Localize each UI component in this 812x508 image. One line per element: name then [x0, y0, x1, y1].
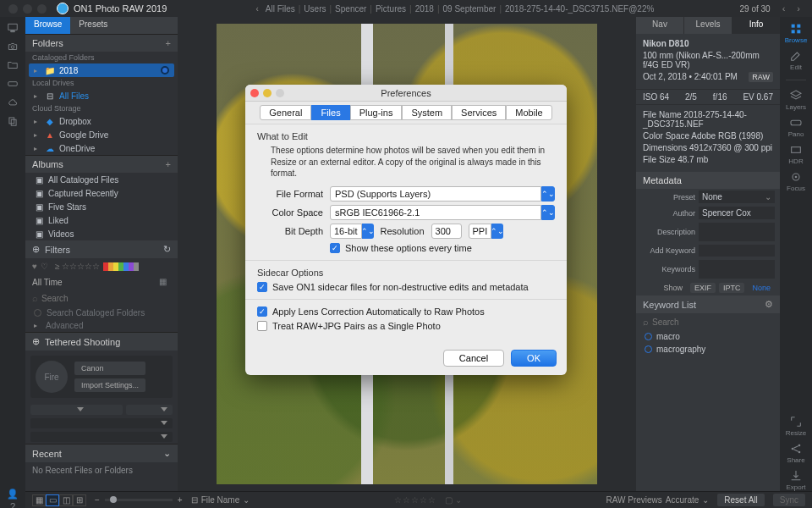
tether-slider-1[interactable] [25, 403, 178, 417]
folders-header[interactable]: Folders + [25, 34, 178, 52]
next-image-icon[interactable]: › [793, 3, 804, 14]
show-exif[interactable]: EXIF [690, 283, 716, 293]
drive-icon[interactable] [6, 78, 19, 90]
checkbox-icon[interactable] [257, 282, 267, 292]
mode-focus[interactable]: Focus [787, 170, 805, 192]
breadcrumb-item[interactable]: 09 September [443, 4, 497, 14]
modal-tab-files[interactable]: Files [311, 105, 349, 120]
keyword-list-header[interactable]: Keyword List ⚙ [636, 295, 780, 313]
heart-icon[interactable]: ♥ [32, 262, 37, 271]
mode-resize[interactable]: Resize [786, 415, 806, 437]
resolution-unit-select[interactable]: PPI⌃⌄ [469, 224, 504, 239]
camera-select[interactable]: Canon [74, 362, 145, 375]
modal-window-controls[interactable] [250, 89, 284, 97]
raw-previews-control[interactable]: RAW Previews Accurate ⌄ [606, 495, 710, 505]
mode-share[interactable]: Share [787, 442, 804, 464]
rawjpg-checkbox[interactable]: Treat RAW+JPG Pairs as a Single Photo [257, 321, 555, 331]
description-row[interactable]: Description [636, 221, 780, 243]
view-compare-icon[interactable]: ◫ [59, 494, 73, 506]
breadcrumb-back-icon[interactable]: ‹ [252, 4, 261, 14]
folder-icon[interactable] [6, 59, 19, 71]
refresh-icon[interactable]: ↻ [163, 244, 171, 255]
tether-slider-2[interactable] [25, 417, 178, 430]
add-folder-icon[interactable]: + [166, 38, 171, 48]
modal-tab-services[interactable]: Services [452, 105, 506, 120]
keyword-item[interactable]: macro [636, 330, 780, 343]
cloud-google-drive[interactable]: ▸▲Google Drive [25, 128, 178, 141]
import-settings-button[interactable]: Import Settings... [74, 378, 145, 392]
sidecar-checkbox[interactable]: Save ON1 sidecar files for non-destructi… [257, 282, 555, 292]
album-item[interactable]: ▣Liked [25, 213, 178, 227]
modal-tab-mobile[interactable]: Mobile [506, 105, 551, 120]
sync-button[interactable]: Sync [773, 494, 805, 506]
keywords-row[interactable]: Keywords [636, 258, 780, 280]
tethered-header[interactable]: ⊕Tethered Shooting [25, 332, 178, 351]
folder-all-files[interactable]: ▸ ⊟ All Files [25, 89, 178, 102]
breadcrumb-item[interactable]: Users [304, 4, 326, 14]
tether-slider-3[interactable] [25, 430, 178, 444]
heart-outline-icon[interactable]: ♡ [41, 262, 48, 271]
keyword-search[interactable]: ⌕ [636, 313, 780, 330]
chevron-down-icon[interactable]: ⌄ [702, 495, 709, 505]
folder-2018[interactable]: ▸ 📁 2018 [29, 64, 174, 77]
cloud-icon[interactable] [6, 97, 19, 108]
modal-tab-general[interactable]: General [260, 105, 311, 120]
disclosure-icon[interactable]: ▸ [34, 67, 41, 75]
album-item[interactable]: ▣Videos [25, 227, 178, 240]
zoom-slider[interactable]: −+ [95, 495, 183, 505]
breadcrumb-item[interactable]: Pictures [376, 4, 406, 14]
preset-row[interactable]: PresetNone [636, 189, 780, 205]
view-single-icon[interactable]: ▭ [46, 494, 59, 506]
chevron-down-icon[interactable]: ⌄ [243, 495, 250, 505]
keyword-search-input[interactable] [652, 316, 773, 328]
show-none[interactable]: None [748, 283, 775, 293]
view-grid-icon[interactable]: ▦ [32, 494, 46, 506]
author-row[interactable]: AuthorSpencer Cox [636, 205, 780, 221]
help-icon[interactable]: ? [10, 501, 15, 509]
mode-pano[interactable]: Pano [788, 116, 804, 138]
lens-correction-checkbox[interactable]: Apply Lens Correction Automatically to R… [257, 306, 555, 317]
gear-icon[interactable]: ⚙ [765, 299, 773, 310]
mode-edit[interactable]: Edit [789, 49, 803, 71]
calendar-icon[interactable]: ▦ [159, 277, 171, 287]
breadcrumb-item[interactable]: Spencer [335, 4, 366, 14]
mode-browse[interactable]: Browse [785, 22, 808, 44]
tab-nav[interactable]: Nav [636, 17, 684, 34]
breadcrumb-item[interactable]: 2018 [415, 4, 434, 14]
color-space-select[interactable]: sRGB IEC61966-2.1⌃⌄ [330, 205, 555, 220]
cloud-dropbox[interactable]: ▸◆Dropbox [25, 114, 178, 128]
cancel-button[interactable]: Cancel [443, 350, 504, 367]
bit-depth-select[interactable]: 16-bit⌃⌄ [330, 224, 374, 239]
checkbox-icon[interactable] [257, 306, 267, 317]
mode-layers[interactable]: Layers [786, 89, 806, 111]
tab-presets[interactable]: Presets [70, 17, 116, 34]
copy-icon[interactable] [6, 115, 19, 127]
chevron-down-icon[interactable]: ⌄ [163, 448, 171, 459]
ok-button[interactable]: OK [511, 350, 557, 367]
time-range-row[interactable]: All Time ▦ [25, 274, 178, 290]
add-album-icon[interactable]: + [166, 159, 171, 169]
mode-hdr[interactable]: HDR [788, 143, 803, 165]
disclosure-icon[interactable]: ▸ [34, 92, 41, 100]
add-keyword-row[interactable]: Add Keyword [636, 243, 780, 258]
tab-info[interactable]: Info [732, 17, 780, 34]
keyword-item[interactable]: macrography [636, 343, 780, 356]
album-item[interactable]: ▣Five Stars [25, 200, 178, 213]
checkbox-icon[interactable] [330, 243, 340, 253]
modal-tab-plugins[interactable]: Plug-ins [350, 105, 403, 120]
file-format-select[interactable]: PSD (Supports Layers)⌃⌄ [330, 186, 555, 202]
color-label-none[interactable]: ▢ ⌄ [445, 495, 462, 505]
fire-button[interactable]: Fire [36, 361, 68, 393]
album-item[interactable]: ▣All Cataloged Files [25, 173, 178, 186]
window-controls[interactable] [8, 4, 47, 14]
color-label-filter[interactable] [103, 262, 139, 271]
breadcrumb-item[interactable]: All Files [266, 4, 295, 14]
show-options-checkbox[interactable]: Show these options every time [330, 243, 555, 253]
user-icon[interactable]: 👤 [7, 489, 19, 500]
reset-all-button[interactable]: Reset All [717, 494, 764, 506]
album-item[interactable]: ▣Captured Recently [25, 186, 178, 200]
filter-search[interactable]: ⌕ [25, 290, 178, 306]
camera-icon[interactable] [6, 41, 19, 52]
albums-header[interactable]: Albums + [25, 155, 178, 173]
prev-image-icon[interactable]: ‹ [779, 3, 789, 14]
